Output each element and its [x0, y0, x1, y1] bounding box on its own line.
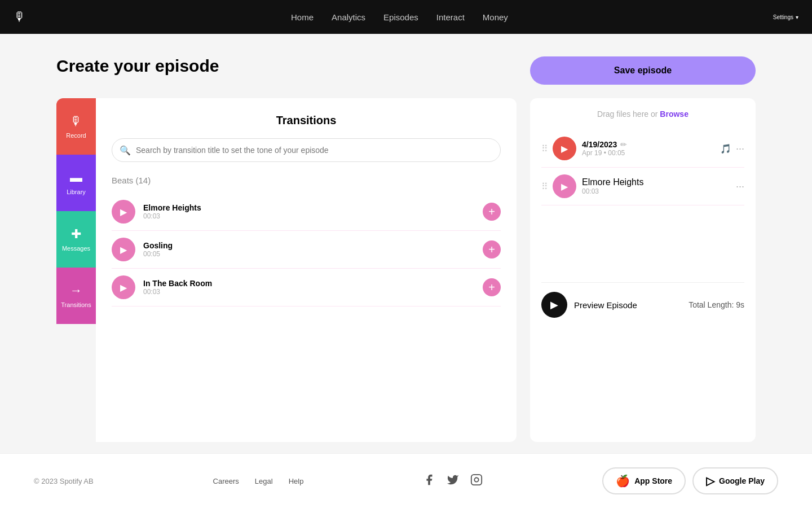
nav-analytics[interactable]: Analytics: [332, 12, 365, 22]
track-item-backroom: ▶ In The Back Room 00:03 +: [112, 269, 501, 306]
beats-header: Beats (14): [112, 176, 501, 185]
episode-transition-track: ⠿ ▶ Elmore Heights 00:03 ···: [541, 168, 744, 205]
track-info-backroom: In The Back Room 00:03: [143, 279, 212, 296]
music-icon: 🎵: [720, 143, 731, 154]
nav-money[interactable]: Money: [483, 12, 508, 22]
app-store-button[interactable]: 🍎 App Store: [602, 467, 686, 494]
transitions-title: Transitions: [112, 114, 501, 127]
edit-icon[interactable]: ✏: [620, 140, 627, 149]
transitions-panel: Transitions 🔍 Beats (14) ▶ Elmore Height…: [96, 98, 517, 442]
track-info-gosling: Gosling 00:05: [143, 241, 173, 258]
track-item-gosling: ▶ Gosling 00:05 +: [112, 231, 501, 269]
preview-play-button[interactable]: ▶: [541, 292, 567, 318]
sidebar-item-transitions[interactable]: → Transitions: [56, 268, 96, 324]
google-play-button[interactable]: ▷ Google Play: [692, 467, 778, 494]
social-links: [423, 474, 483, 489]
app-stores: 🍎 App Store ▷ Google Play: [602, 467, 778, 494]
arrow-right-icon: →: [70, 283, 82, 298]
footer-links: Careers Legal Help: [213, 477, 304, 485]
preview-bar: ▶ Preview Episode Total Length: 9s: [541, 282, 744, 318]
svg-rect-0: [471, 474, 482, 484]
save-episode-button[interactable]: Save episode: [530, 56, 756, 85]
episode-recording-track: ⠿ ▶ 4/19/2023 ✏ Apr 19 • 00:05 🎵 ···: [541, 130, 744, 168]
search-icon: 🔍: [120, 145, 131, 156]
search-box: 🔍: [112, 138, 501, 162]
footer: © 2023 Spotify AB Careers Legal Help 🍎 A…: [0, 453, 812, 508]
add-gosling-button[interactable]: +: [483, 240, 501, 259]
microphone-icon: 🎙: [70, 114, 82, 129]
sidebar-item-record[interactable]: 🎙 Record: [56, 98, 96, 155]
drag-handle[interactable]: ⠿: [541, 143, 547, 154]
copyright: © 2023 Spotify AB: [34, 477, 94, 485]
instagram-icon[interactable]: [470, 474, 483, 489]
twitter-icon[interactable]: [447, 474, 459, 489]
browse-link[interactable]: Browse: [660, 110, 689, 119]
sidebar-item-library[interactable]: ▬ Library: [56, 155, 96, 211]
drag-handle-2[interactable]: ⠿: [541, 181, 547, 192]
nav-home[interactable]: Home: [291, 12, 314, 22]
track-info-elmore-heights: Elmore Heights 00:03: [143, 203, 201, 220]
more-options-icon[interactable]: ···: [736, 143, 744, 155]
page-title: Create your episode: [56, 56, 219, 76]
sidebar: 🎙 Record ▬ Library ✚ Messages → Transiti…: [56, 98, 96, 442]
episode-builder: Drag files here or Browse ⠿ ▶ 4/19/2023 …: [530, 98, 756, 442]
add-backroom-button[interactable]: +: [483, 278, 501, 296]
play-transition-button[interactable]: ▶: [553, 174, 576, 198]
drag-area: Drag files here or Browse: [541, 110, 744, 119]
transition-info: Elmore Heights 00:03: [582, 177, 730, 195]
facebook-icon[interactable]: [423, 474, 435, 489]
plus-circle-icon: ✚: [71, 227, 81, 242]
add-elmore-heights-button[interactable]: +: [483, 203, 501, 221]
search-input[interactable]: [112, 138, 501, 162]
google-play-icon: ▷: [706, 474, 714, 488]
play-recording-button[interactable]: ▶: [553, 137, 576, 160]
play-elmore-heights-button[interactable]: ▶: [112, 200, 135, 224]
settings-menu[interactable]: Settings ▾: [773, 14, 798, 20]
footer-legal[interactable]: Legal: [255, 477, 273, 485]
track-item-elmore-heights: ▶ Elmore Heights 00:03 +: [112, 193, 501, 231]
nav-episodes[interactable]: Episodes: [383, 12, 418, 22]
apple-icon: 🍎: [616, 474, 630, 488]
footer-help[interactable]: Help: [289, 477, 304, 485]
more-options-2-icon[interactable]: ···: [736, 181, 744, 192]
transition-actions[interactable]: ···: [736, 181, 744, 192]
nav-interact[interactable]: Interact: [436, 12, 465, 22]
recording-actions[interactable]: 🎵 ···: [720, 143, 744, 155]
footer-careers[interactable]: Careers: [213, 477, 239, 485]
play-backroom-button[interactable]: ▶: [112, 275, 135, 299]
play-gosling-button[interactable]: ▶: [112, 238, 135, 261]
recording-info: 4/19/2023 ✏ Apr 19 • 00:05: [582, 140, 714, 157]
navbar: 🎙 Home Analytics Episodes Interact Money…: [0, 0, 812, 34]
nav-logo: 🎙: [14, 10, 26, 24]
nav-links: Home Analytics Episodes Interact Money: [291, 12, 508, 22]
sidebar-item-messages[interactable]: ✚ Messages: [56, 211, 96, 268]
library-icon: ▬: [70, 170, 82, 185]
